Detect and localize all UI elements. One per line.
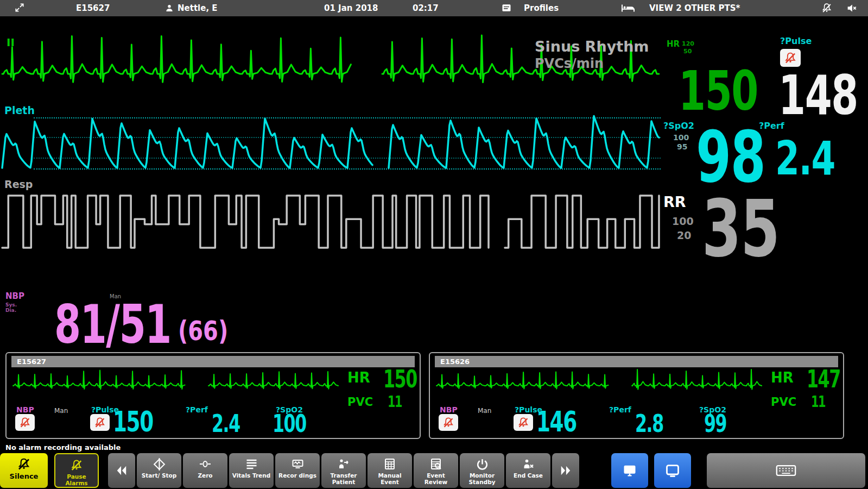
monitor-standby-button[interactable]: Monitor Standby — [460, 453, 504, 488]
scroll-keys-right-button[interactable] — [552, 453, 579, 488]
power-icon — [476, 457, 489, 471]
transfer-patient-icon — [337, 457, 351, 471]
silence-button[interactable]: Silence — [0, 453, 48, 488]
remote-ecg-waveform — [10, 366, 342, 392]
pleth-waveform[interactable] — [0, 110, 662, 175]
start-stop-icon — [153, 457, 166, 471]
zero-button[interactable]: Zero — [183, 453, 227, 488]
speaker-mute-icon[interactable] — [846, 2, 858, 14]
recorder-strip-icon — [291, 457, 305, 471]
remote-perf-value: 2.8 — [635, 412, 663, 436]
remote-patient-header: E15627 — [11, 356, 415, 367]
remote-ecg-waveform — [433, 366, 765, 392]
main-setup-button[interactable] — [611, 453, 648, 488]
manual-event-button[interactable]: Manual Event — [368, 453, 412, 488]
transfer-patient-label: Transfer Patient — [324, 473, 364, 486]
resp-wave-label: Resp — [4, 178, 33, 190]
start-stop-label: Start/ Stop — [139, 473, 179, 479]
spo2-label: ?SpO2 — [663, 121, 694, 131]
recordings-button[interactable]: Recor dings — [275, 453, 320, 488]
pause-alarms-button[interactable]: Pause Alarms — [54, 453, 99, 488]
remote-pvc-value: 11 — [811, 394, 825, 410]
monitor-standby-label: Monitor Standby — [462, 473, 502, 486]
event-review-label: Event Review — [416, 473, 456, 486]
patient-id[interactable]: E15627 — [76, 3, 110, 13]
double-arrow-right-icon — [559, 465, 572, 477]
nbp-label: NBP — [5, 291, 24, 301]
vitals-trend-label: Vitals Trend — [231, 473, 271, 479]
remote-nbp-label: NBP — [16, 405, 34, 414]
pause-alarms-icon — [69, 459, 84, 472]
rr-limit-high: 100 — [672, 215, 694, 227]
main-screen-button[interactable] — [654, 453, 691, 488]
nbp-start-stop-button[interactable]: Start/ Stop — [137, 453, 181, 488]
perf-value[interactable]: 2.4 — [775, 135, 835, 181]
remote-patient-window[interactable]: E15627 HR 150 PVC 11 NBP Man ?Pulse 150 … — [5, 352, 421, 439]
nbp-sys-label: Sys. — [5, 302, 17, 308]
hr-label: HR — [667, 39, 680, 49]
patient-name[interactable]: Nettle, E — [178, 3, 218, 13]
hr-limit-low: 50 — [683, 48, 692, 55]
pulse-value[interactable]: 148 — [778, 68, 858, 123]
hr-limit-high: 120 — [682, 40, 694, 47]
event-review-button[interactable]: Event Review — [414, 453, 458, 488]
status-message: No alarm recording available — [5, 443, 121, 452]
screen-outline-icon — [664, 463, 681, 478]
profiles-icon — [500, 3, 512, 14]
double-arrow-left-icon — [115, 465, 128, 477]
top-status-bar: E15627 Nettle, E 01 Jan 2018 02:17 Profi… — [0, 0, 868, 16]
keypad-button[interactable] — [707, 453, 865, 488]
nbp-alarms-off-badge — [439, 414, 458, 431]
remote-nbp-mode: Man — [54, 407, 68, 415]
rr-value[interactable]: 35 — [702, 189, 779, 268]
remote-pvc-value: 11 — [388, 394, 402, 410]
alarms-off-icon[interactable] — [821, 2, 833, 14]
remote-patient-header: E15626 — [435, 356, 838, 367]
nbp-dia-label: Dia. — [5, 308, 16, 313]
vitals-trend-button[interactable]: Vitals Trend — [229, 453, 274, 488]
hr-value[interactable]: 150 — [679, 64, 758, 118]
spo2-value[interactable]: 98 — [696, 122, 765, 192]
remote-patient-window[interactable]: E15626 HR 147 PVC 11 NBP Man ?Pulse 146 … — [429, 352, 844, 439]
remote-perf-value: 2.4 — [212, 412, 240, 436]
scroll-keys-left-button[interactable] — [108, 453, 135, 488]
end-case-label: End Case — [508, 473, 548, 479]
nbp-alarms-off-badge — [15, 414, 35, 431]
zero-label: Zero — [185, 473, 225, 479]
remote-pulse-value: 150 — [113, 408, 153, 436]
remote-spo2-value: 99 — [704, 412, 726, 436]
remote-patient-id: E15626 — [440, 358, 470, 366]
end-case-icon — [522, 457, 535, 471]
pause-alarms-label: Pause Alarms — [56, 474, 97, 487]
bell-crossed-icon — [442, 416, 455, 429]
pulse-alarms-off-badge — [514, 414, 533, 431]
profiles-button[interactable]: Profiles — [524, 3, 559, 13]
recordings-label: Recor dings — [277, 473, 318, 479]
smartkeys-bar: Silence Pause Alarms Start/ Stop Zero — [0, 453, 868, 489]
manual-event-label: Manual Event — [370, 473, 410, 486]
nbp-value[interactable]: 81/51 — [54, 298, 171, 351]
spo2-limit-high: 100 — [673, 133, 689, 142]
rhythm-status: Sinus Rhythm — [535, 38, 649, 55]
event-review-icon — [429, 457, 442, 471]
remote-patient-id: E15627 — [17, 358, 46, 366]
rr-limit-low: 20 — [677, 229, 691, 241]
keyboard-icon — [774, 463, 798, 478]
rr-label: RR — [663, 193, 686, 210]
remote-hr-value: 150 — [383, 367, 417, 391]
view-other-patients-button[interactable]: VIEW 2 OTHER PTS* — [649, 3, 740, 13]
resp-waveform[interactable] — [0, 189, 662, 253]
spo2-limit-low: 95 — [677, 142, 687, 151]
bell-crossed-icon — [517, 416, 530, 429]
bell-crossed-icon — [93, 416, 106, 429]
monitor-filled-icon — [622, 463, 638, 478]
end-case-button[interactable]: End Case — [506, 453, 550, 488]
transfer-patient-button[interactable]: Transfer Patient — [321, 453, 366, 488]
bell-crossed-icon — [18, 416, 31, 429]
nbp-mean-value: (66) — [178, 317, 228, 344]
pulse-label: ?Pulse — [780, 36, 812, 46]
silence-bell-icon — [16, 457, 31, 472]
remote-pvc-label: PVC — [347, 396, 373, 409]
expand-icon[interactable] — [14, 2, 25, 13]
event-grid-icon — [383, 457, 396, 471]
